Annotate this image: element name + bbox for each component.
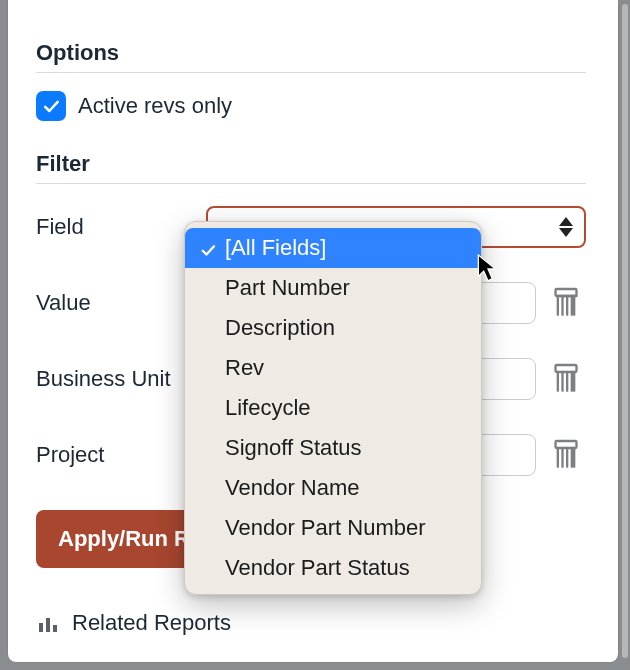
svg-rect-4 <box>46 618 50 632</box>
business-unit-label: Business Unit <box>36 366 196 392</box>
checkmark-icon <box>199 239 217 257</box>
related-reports-link[interactable]: Related Reports <box>36 610 586 640</box>
dropdown-item-lifecycle[interactable]: Lifecycle <box>185 388 481 428</box>
dropdown-item-label: Signoff Status <box>225 435 467 461</box>
related-reports-label: Related Reports <box>72 610 231 636</box>
dropdown-item-label: Vendor Name <box>225 475 467 501</box>
filter-heading: Filter <box>36 151 586 177</box>
active-revs-label: Active revs only <box>78 93 232 119</box>
active-revs-checkbox[interactable] <box>36 91 66 121</box>
dropdown-item-vendor-part-number[interactable]: Vendor Part Number <box>185 508 481 548</box>
check-icon <box>41 96 61 116</box>
clear-icon[interactable] <box>552 286 580 320</box>
field-label: Field <box>36 214 196 240</box>
dropdown-item-label: Vendor Part Number <box>225 515 467 541</box>
vertical-scrollbar[interactable] <box>622 4 628 658</box>
svg-rect-1 <box>556 365 577 372</box>
dropdown-item-all-fields[interactable]: [All Fields] <box>185 228 481 268</box>
svg-rect-2 <box>556 441 577 448</box>
clear-icon[interactable] <box>552 438 580 472</box>
dropdown-item-label: Rev <box>225 355 467 381</box>
divider <box>36 72 586 73</box>
select-stepper-icon <box>556 214 576 240</box>
field-dropdown-menu[interactable]: [All Fields] Part Number Description Rev… <box>184 221 482 595</box>
dropdown-item-description[interactable]: Description <box>185 308 481 348</box>
svg-rect-5 <box>53 625 57 632</box>
dropdown-item-part-number[interactable]: Part Number <box>185 268 481 308</box>
dropdown-item-vendor-part-status[interactable]: Vendor Part Status <box>185 548 481 588</box>
divider <box>36 183 586 184</box>
options-heading: Options <box>36 40 586 66</box>
value-label: Value <box>36 290 196 316</box>
project-label: Project <box>36 442 196 468</box>
dropdown-item-label: Lifecycle <box>225 395 467 421</box>
dropdown-item-signoff-status[interactable]: Signoff Status <box>185 428 481 468</box>
svg-rect-3 <box>39 623 43 632</box>
active-revs-row[interactable]: Active revs only <box>36 91 586 121</box>
dropdown-item-rev[interactable]: Rev <box>185 348 481 388</box>
dropdown-item-label: Part Number <box>225 275 467 301</box>
dropdown-item-label: Vendor Part Status <box>225 555 467 581</box>
dropdown-item-label: Description <box>225 315 467 341</box>
clear-icon[interactable] <box>552 362 580 396</box>
dropdown-item-vendor-name[interactable]: Vendor Name <box>185 468 481 508</box>
bar-chart-icon <box>36 611 60 635</box>
dropdown-item-label: [All Fields] <box>225 235 467 261</box>
